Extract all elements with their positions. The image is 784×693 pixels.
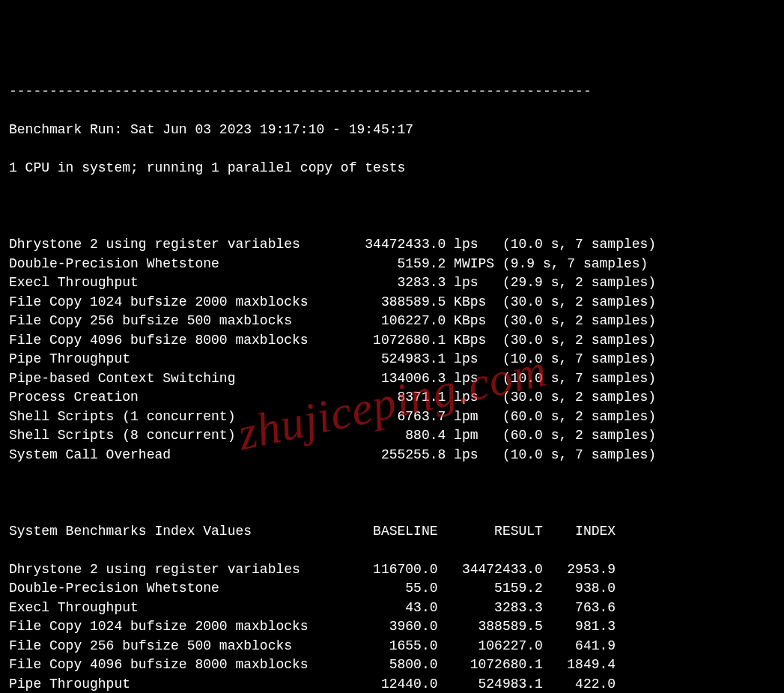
test-row: Shell Scripts (8 concurrent) 880.4 lpm (… [9,426,775,446]
test-row: Shell Scripts (1 concurrent) 6763.7 lpm … [9,408,775,427]
test-row: File Copy 256 bufsize 500 maxblocks 1062… [9,312,775,331]
index-row: Double-Precision Whetstone 55.0 5159.2 9… [9,579,775,599]
test-row: Execl Throughput 3283.3 lps (29.9 s, 2 s… [9,273,775,293]
test-row: Double-Precision Whetstone 5159.2 MWIPS … [9,255,775,274]
test-row: Pipe-based Context Switching 134006.3 lp… [9,369,775,389]
index-row: Pipe Throughput 12440.0 524983.1 422.0 [9,675,775,694]
index-row: Execl Throughput 43.0 3283.3 763.6 [9,599,775,618]
cpu-info-line: 1 CPU in system; running 1 parallel copy… [9,159,775,178]
test-row: File Copy 4096 bufsize 8000 maxblocks 10… [9,331,775,351]
index-row: Dhrystone 2 using register variables 116… [9,560,775,580]
index-row: File Copy 4096 bufsize 8000 maxblocks 58… [9,656,775,675]
benchmark-run-line: Benchmark Run: Sat Jun 03 2023 19:17:10 … [9,121,775,140]
tests-table: Dhrystone 2 using register variables 344… [9,235,775,464]
index-table: Dhrystone 2 using register variables 116… [9,560,775,694]
index-row: File Copy 256 bufsize 500 maxblocks 1655… [9,637,775,656]
test-row: Dhrystone 2 using register variables 344… [9,235,775,255]
blank-line [9,484,775,503]
test-row: Process Creation 8371.1 lps (30.0 s, 2 s… [9,388,775,408]
separator-line: ----------------------------------------… [9,82,775,102]
blank-line [9,197,775,217]
test-row: File Copy 1024 bufsize 2000 maxblocks 38… [9,293,775,312]
index-header-row: System Benchmarks Index Values BASELINE … [9,522,775,542]
index-row: File Copy 1024 bufsize 2000 maxblocks 39… [9,617,775,637]
test-row: System Call Overhead 255255.8 lps (10.0 … [9,446,775,465]
test-row: Pipe Throughput 524983.1 lps (10.0 s, 7 … [9,350,775,369]
